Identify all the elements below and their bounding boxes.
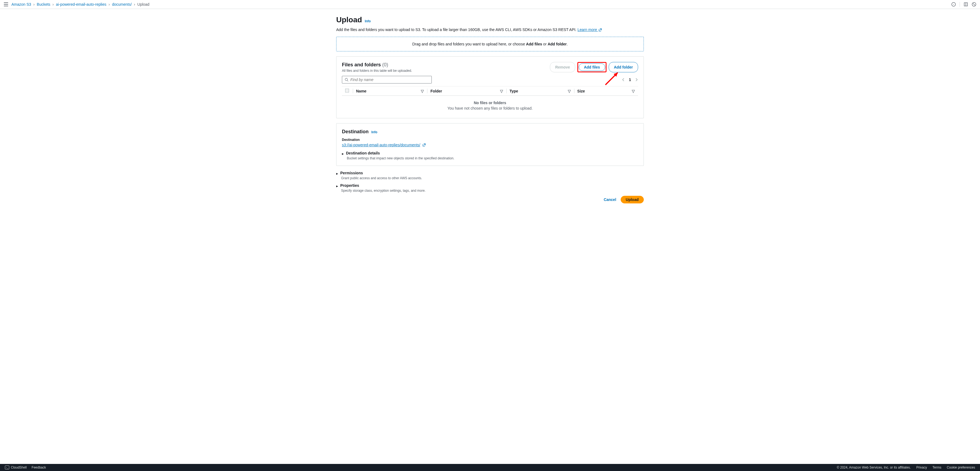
prev-page-icon[interactable] [622,78,625,81]
files-card-header-left: Files and folders (0) All files and fold… [342,62,412,73]
breadcrumb-link-s3[interactable]: Amazon S3 [11,2,31,6]
cancel-button[interactable]: Cancel [604,197,616,202]
files-card-subtitle: All files and folders in this table will… [342,69,412,73]
paginator: 1 [622,78,638,82]
destination-header: Destination Info [342,129,638,135]
search-input-wrap [342,76,432,84]
page-actions: Cancel Upload [336,196,644,203]
breadcrumb-link-documents[interactable]: documents/ [112,2,132,6]
sort-icon: ▽ [421,89,424,93]
chevron-right-icon: › [52,2,54,6]
dropzone-add-files: Add files [526,42,542,46]
chevron-right-icon: › [109,2,110,6]
dropzone-add-folder: Add folder [548,42,567,46]
destination-title: Destination [342,129,369,135]
column-type[interactable]: Type▽ [506,86,574,96]
destination-card: Destination Info Destination s3://ai-pow… [336,123,644,166]
files-count: (0) [382,62,388,67]
sort-icon: ▽ [632,89,635,93]
triangle-right-icon: ▸ [336,184,338,188]
destination-details-sub: Bucket settings that impact new objects … [347,156,638,160]
divider [959,2,960,7]
breadcrumb-link-bucket-name[interactable]: ai-powered-email-auto-replies [56,2,107,6]
files-card-actions: Remove Add files Add folder [550,62,638,72]
topbar: Amazon S3 › Buckets › ai-powered-email-a… [0,0,980,9]
external-link-icon [423,143,426,147]
select-all-checkbox[interactable] [345,89,349,92]
permissions-expander[interactable]: ▸ Permissions [336,171,644,176]
topbar-right [951,2,976,7]
permissions-sub: Grant public access and access to other … [341,176,644,180]
search-icon [345,78,348,82]
triangle-right-icon: ▸ [342,151,344,156]
clock-deny-icon[interactable] [972,2,976,6]
destination-details-expander[interactable]: ▸ Destination details [342,151,638,156]
help-icon[interactable] [951,2,956,6]
breadcrumb: Amazon S3 › Buckets › ai-powered-email-a… [11,2,150,6]
destination-info-link[interactable]: Info [371,130,377,134]
page-description: Add the files and folders you want to up… [336,27,644,32]
files-and-folders-card: Files and folders (0) All files and fold… [336,56,644,118]
svg-line-5 [973,3,975,5]
add-folder-button[interactable]: Add folder [609,62,638,72]
triangle-right-icon: ▸ [336,171,338,176]
sort-icon: ▽ [568,89,571,93]
column-folder[interactable]: Folder▽ [427,86,506,96]
destination-label: Destination [342,138,638,142]
properties-sub: Specify storage class, encryption settin… [341,189,644,192]
sort-icon: ▽ [500,89,503,93]
remove-button: Remove [550,62,575,72]
permissions-section: ▸ Permissions Grant public access and ac… [336,171,644,180]
properties-title: Properties [340,183,359,188]
files-searchbar: 1 [342,76,638,84]
topbar-left: Amazon S3 › Buckets › ai-powered-email-a… [4,2,150,6]
dropzone[interactable]: Drag and drop files and folders you want… [336,37,644,51]
chevron-right-icon: › [134,2,135,6]
page-title: Upload [336,16,362,24]
next-page-icon[interactable] [635,78,638,81]
panel-icon[interactable] [964,2,968,6]
destination-uri-link[interactable]: s3://ai-powered-email-auto-replies/docum… [342,143,426,147]
properties-section: ▸ Properties Specify storage class, encr… [336,183,644,192]
properties-expander[interactable]: ▸ Properties [336,183,644,188]
permissions-title: Permissions [340,171,363,175]
empty-state: No files or folders You have not chosen … [342,96,638,113]
empty-subtitle: You have not chosen any files or folders… [342,106,638,110]
files-table: Name▽ Folder▽ Type▽ Size▽ [342,86,638,96]
column-name[interactable]: Name▽ [353,86,427,96]
breadcrumb-current: Upload [137,2,149,6]
hamburger-menu-icon[interactable] [4,2,8,6]
learn-more-link[interactable]: Learn more [578,27,601,32]
page-description-text: Add the files and folders you want to up… [336,27,578,32]
chevron-right-icon: › [33,2,35,6]
empty-title: No files or folders [342,101,638,105]
dropzone-text: Drag and drop files and folders you want… [412,42,526,46]
add-files-button[interactable]: Add files [579,63,605,71]
column-size[interactable]: Size▽ [574,86,638,96]
files-card-title: Files and folders (0) [342,62,388,67]
search-input[interactable] [342,76,432,84]
dropzone-or: or [542,42,547,46]
files-card-header: Files and folders (0) All files and fold… [342,62,638,73]
svg-point-6 [345,78,348,81]
column-checkbox [342,86,353,96]
destination-details-title: Destination details [346,151,380,155]
page: Upload Info Add the files and folders yo… [336,9,644,210]
dropzone-suffix: . [567,42,568,46]
upload-button[interactable]: Upload [620,196,644,203]
info-link[interactable]: Info [365,19,371,23]
page-number: 1 [629,78,631,82]
svg-point-1 [953,4,954,5]
external-link-icon [599,28,602,32]
page-header: Upload Info [336,16,644,24]
svg-line-7 [347,81,348,82]
annotation-highlight: Add files [578,62,606,72]
breadcrumb-link-buckets[interactable]: Buckets [37,2,50,6]
